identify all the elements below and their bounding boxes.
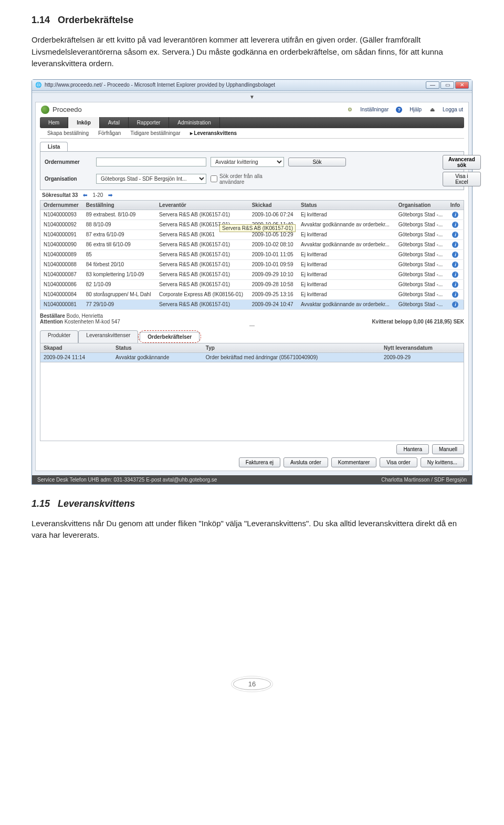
select-status[interactable]: Avvaktar kvittering [211, 157, 284, 167]
btn-hantera[interactable]: Hantera [396, 444, 429, 454]
info-cell[interactable]: i [447, 279, 464, 289]
info-icon: i [452, 271, 458, 278]
table-row[interactable]: N104000008884 förbest 20/10Servera R&S A… [40, 259, 464, 269]
btn-avsluta-order[interactable]: Avsluta order [284, 457, 328, 467]
table-row[interactable]: N104000008480 storåsgruppen/ M-L DahlCor… [40, 289, 464, 299]
table-row[interactable]: 2009-09-24 11:14 Avvaktar godkännande Or… [40, 352, 464, 362]
table-cell: Göteborgs Stad -... [395, 269, 447, 279]
tab-lista[interactable]: Lista [40, 142, 68, 151]
advanced-search-button[interactable]: Avancerad sök [443, 155, 481, 170]
section-title-2: Leveranskvittens [58, 498, 135, 509]
table-cell: N1040000081 [40, 299, 83, 309]
brand-name: Proceedo [52, 106, 82, 113]
info-cell[interactable]: i [447, 269, 464, 279]
table-cell: Göteborgs Stad -... [395, 289, 447, 299]
col-info[interactable]: Info [447, 200, 464, 210]
btn-visa-order[interactable]: Visa order [380, 457, 417, 467]
info-cell[interactable]: i [447, 229, 464, 239]
col-status[interactable]: Status [298, 200, 395, 210]
table-cell: 82 1/10-09 [83, 279, 156, 289]
table-cell: 83 komplettering 1/10-09 [83, 269, 156, 279]
table-row[interactable]: N104000009389 extrabest. 8/10-09Servera … [40, 210, 464, 220]
tab-orderbekraftelser[interactable]: Orderbekräftelser [140, 332, 200, 341]
excel-button[interactable]: Visa i Excel [443, 172, 481, 186]
subnav-skapa[interactable]: Skapa beställning [47, 130, 89, 136]
search-button[interactable]: Sök [288, 158, 346, 166]
page-footer: 16 [32, 678, 472, 690]
info-icon: i [452, 232, 458, 238]
subnav-tidigare[interactable]: Tidigare beställningar [130, 130, 180, 136]
col2-typ[interactable]: Typ [203, 343, 381, 352]
brand-logo-icon [41, 106, 49, 114]
nav-administration[interactable]: Administration [169, 117, 219, 128]
table-cell: Ej kvitterad [298, 279, 395, 289]
col-organisation[interactable]: Organisation [395, 200, 447, 210]
table-cell: Avvaktar godkännande av orderbekr... [298, 299, 395, 309]
table-cell: 86 extra till 6/10-09 [83, 239, 156, 249]
subnav-forfragan[interactable]: Förfrågan [98, 130, 121, 136]
section-heading-1: 1.14 Orderbekräftelse [32, 15, 472, 26]
tab-leveranskvittenser[interactable]: Leveranskvittenser [78, 330, 138, 343]
table-cell: N1040000089 [40, 249, 83, 259]
table-row[interactable]: N104000008985Servera R&S AB (IK06157-01)… [40, 249, 464, 259]
info-cell[interactable]: i [447, 249, 464, 259]
link-logout[interactable]: Logga ut [443, 107, 463, 112]
col2-skapad[interactable]: Skapad [40, 343, 113, 352]
link-settings[interactable]: Inställningar [360, 107, 388, 112]
link-help[interactable]: Hjälp [410, 107, 422, 112]
table-row[interactable]: N104000009086 extra till 6/10-09Servera … [40, 239, 464, 249]
page-prev-icon[interactable]: ⬅ [83, 192, 87, 198]
col-leverantor[interactable]: Leverantör [156, 200, 249, 210]
toolbar-collapse-icon[interactable]: ▼ [32, 93, 472, 100]
btn-ny-kvittens[interactable]: Ny kvittens... [421, 457, 464, 467]
table-cell: N1040000090 [40, 239, 83, 249]
input-ordernummer[interactable] [96, 158, 206, 166]
window-close[interactable]: ✕ [455, 81, 469, 89]
col2-nytt-leveransdatum[interactable]: Nytt leveransdatum [381, 343, 464, 352]
table-cell: Göteborgs Stad -... [395, 210, 447, 220]
info-icon: i [452, 301, 458, 308]
col-bestallning[interactable]: Beställning [83, 200, 156, 210]
info-cell[interactable]: i [447, 299, 464, 309]
window-minimize[interactable]: — [426, 81, 439, 89]
table-row[interactable]: N104000008682 1/10-09Servera R&S AB (IK0… [40, 279, 464, 289]
select-organisation[interactable]: Göteborgs Stad - SDF Bergsjön Int... [96, 174, 206, 184]
val-bestallare: Bodo, Henrietta [67, 313, 103, 319]
table-cell: Servera R&S AB (IK06157-01) [156, 259, 249, 269]
info-icon: i [452, 252, 458, 258]
table-row[interactable]: N104000008177 29/10-09Servera R&S AB (IK… [40, 299, 464, 309]
subnav-leveranskvittens[interactable]: ▸ Leveranskvittens [190, 130, 237, 136]
info-cell[interactable]: i [447, 289, 464, 299]
table-cell: 88 8/10-09 [83, 220, 156, 229]
info-cell[interactable]: i [447, 220, 464, 229]
info-cell[interactable]: i [447, 239, 464, 249]
info-cell[interactable]: i [447, 259, 464, 269]
table-cell: Servera R&S AB (IK06157-01) [156, 269, 249, 279]
nav-hem[interactable]: Hem [40, 117, 68, 128]
btn-kommentarer[interactable]: Kommentarer [331, 457, 377, 467]
table-cell: Ej kvitterad [298, 249, 395, 259]
col-skickad[interactable]: Skickad [249, 200, 298, 210]
col-ordernummer[interactable]: Ordernummer [40, 200, 83, 210]
orders-table: Ordernummer Beställning Leverantör Skick… [40, 200, 464, 310]
info-cell[interactable]: i [447, 210, 464, 220]
window-maximize[interactable]: ▭ [440, 81, 454, 89]
tab-produkter[interactable]: Produkter [40, 330, 78, 343]
btn-manuell[interactable]: Manuell [432, 444, 464, 454]
btn-fakturera-ej[interactable]: Fakturera ej [239, 457, 280, 467]
table-cell: Servera R&S AB (IK06157-01) [156, 249, 249, 259]
logout-icon: ⏏ [429, 107, 435, 113]
ie-icon: 🌐 [35, 82, 41, 88]
table-row[interactable]: N104000008783 komplettering 1/10-09Serve… [40, 269, 464, 279]
nav-avtal[interactable]: Avtal [100, 117, 129, 128]
nav-inkop[interactable]: Inköp [68, 117, 100, 128]
lbl-all-users: Sök order från alla användare [219, 173, 284, 185]
section-num: 1.14 [32, 15, 50, 25]
col2-status[interactable]: Status [112, 343, 203, 352]
sub-nav: Skapa beställning Förfrågan Tidigare bes… [40, 128, 464, 139]
page-next-icon[interactable]: ➡ [108, 192, 112, 198]
table-cell: 77 29/10-09 [83, 299, 156, 309]
checkbox-all-users[interactable] [211, 175, 217, 182]
nav-rapporter[interactable]: Rapporter [129, 117, 169, 128]
table-cell: Servera R&S AB (IK06157-01) [156, 239, 249, 249]
